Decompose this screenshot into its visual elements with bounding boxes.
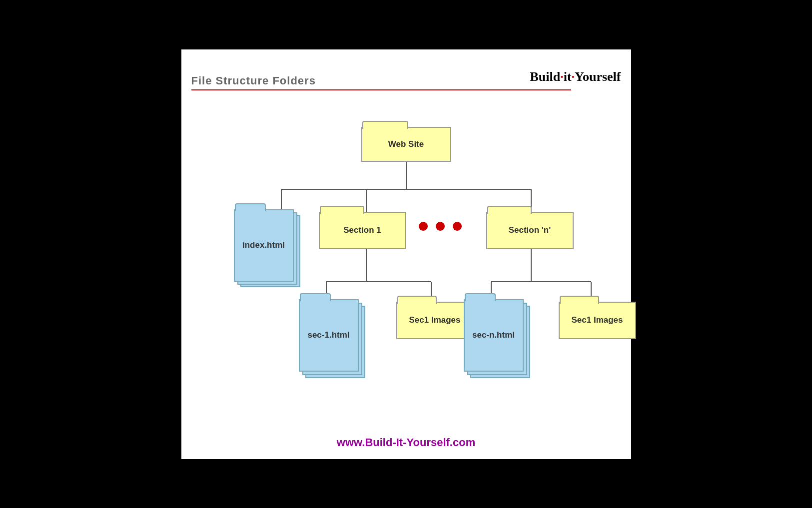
- section1-label: Section 1: [320, 213, 405, 248]
- secNhtml-label: sec-n.html: [465, 300, 523, 371]
- left-panel: [126, 49, 181, 459]
- footer-url: www.Build-It-Yourself.com: [181, 436, 631, 449]
- index-label: index.html: [235, 210, 293, 281]
- dot-2: [436, 222, 445, 231]
- sec1html-label: sec-1.html: [300, 300, 358, 371]
- sec1images-node: Sec1 Images: [396, 302, 474, 339]
- website-node: Web Site: [361, 127, 451, 162]
- sec1images-label: Sec1 Images: [397, 303, 473, 338]
- header-line: [191, 89, 571, 90]
- right-panel: [631, 49, 686, 459]
- sectionN-label: Section 'n': [487, 213, 573, 248]
- secNhtml-node: sec-n.html: [464, 299, 524, 372]
- dot-3: [453, 222, 462, 231]
- dots: [419, 222, 462, 231]
- website-label: Web Site: [362, 128, 450, 161]
- secNimages-label: Sec1 Images: [560, 303, 635, 338]
- section1-node: Section 1: [319, 212, 406, 249]
- sectionN-node: Section 'n': [486, 212, 574, 249]
- index-node: index.html: [234, 209, 294, 282]
- sec1html-node: sec-1.html: [299, 299, 359, 372]
- secNimages-node: Sec1 Images: [559, 302, 636, 339]
- page-title: File Structure Folders: [191, 74, 316, 87]
- diagram-area: Web Site index.html Section 1 Section 'n: [181, 97, 631, 429]
- logo: Build·it·Yourself: [530, 69, 621, 84]
- content-area: File Structure Folders Build·it·Yourself: [181, 49, 631, 459]
- dot-1: [419, 222, 428, 231]
